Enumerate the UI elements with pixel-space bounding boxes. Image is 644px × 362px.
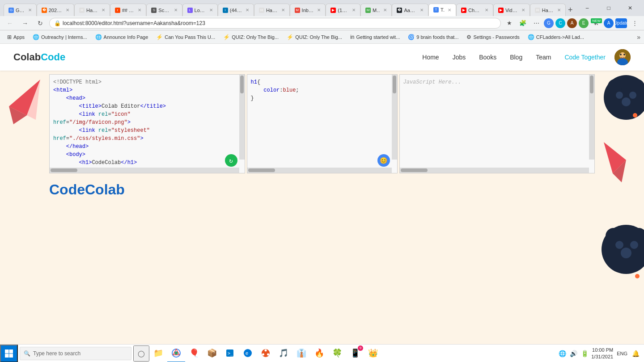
css-editor[interactable]: h1{ color:blue; } 😊: [247, 74, 398, 173]
tab-gmail[interactable]: MInbox (…✕: [290, 4, 326, 16]
tab-close-icon[interactable]: ✕: [557, 8, 561, 13]
js-editor-hscrollbar[interactable]: [400, 168, 589, 173]
taskbar-chrome[interactable]: [167, 345, 185, 362]
tab-close-icon[interactable]: ✕: [174, 8, 178, 13]
taskbar-app9[interactable]: 👔: [292, 345, 310, 362]
tab-2021s[interactable]: �2021 Sc...✕: [37, 4, 74, 16]
taskbar-app3[interactable]: 🎈: [185, 345, 203, 362]
bookmarks-more-button[interactable]: »: [637, 34, 640, 41]
tab-merge[interactable]: MMerge✕: [360, 4, 392, 16]
tab-close-icon[interactable]: ✕: [102, 8, 105, 13]
css-editor-vscrollbar[interactable]: [392, 75, 397, 160]
bookmark-star-icon[interactable]: ★: [504, 17, 515, 29]
tray-volume-icon[interactable]: 🔊: [570, 350, 577, 357]
browser-settings-icon[interactable]: ⋯: [530, 17, 542, 29]
tab-google[interactable]: GGoogle✕: [4, 4, 37, 16]
tab-subreddit[interactable]: r## #-su...✕: [110, 4, 147, 16]
forward-button[interactable]: →: [19, 17, 31, 29]
minimize-button[interactable]: –: [577, 0, 597, 16]
html-editor-hscrollbar[interactable]: [50, 168, 239, 173]
tray-battery-icon[interactable]: 🔋: [581, 350, 589, 357]
taskbar-app11[interactable]: 🍀: [328, 345, 346, 362]
avatar[interactable]: [614, 49, 631, 65]
tab-channel[interactable]: ▶Channe...✕: [456, 4, 493, 16]
tab-close-icon[interactable]: ✕: [485, 8, 488, 13]
extensions-icon[interactable]: 🧩: [517, 17, 529, 29]
bookmark-can-you-pass-this-u.[interactable]: ⚡Can You Pass This U...: [153, 32, 219, 42]
tab-close-icon[interactable]: ✕: [448, 8, 451, 13]
html-editor-vscrollbar[interactable]: [239, 75, 245, 160]
tray-language[interactable]: ENG: [617, 351, 627, 356]
tab-close-icon[interactable]: ✕: [521, 8, 525, 13]
css-editor-hscrollbar[interactable]: [247, 168, 392, 173]
tab-close-icon[interactable]: ✕: [209, 8, 213, 13]
tab-text[interactable]: TText✕: [428, 4, 456, 16]
tab-close-icon[interactable]: ✕: [246, 8, 249, 13]
ext-icon-3[interactable]: A: [567, 18, 577, 28]
url-bar[interactable]: 🔒 localhost:8000/editor.html?username=Aa…: [49, 18, 501, 29]
taskbar-app4[interactable]: 📦: [203, 345, 221, 362]
back-button[interactable]: ←: [4, 17, 16, 29]
tray-notification-icon[interactable]: 🔔: [632, 350, 640, 357]
taskbar-ubuntu[interactable]: [257, 345, 275, 362]
tab-close-icon[interactable]: ✕: [352, 8, 356, 13]
tray-clock[interactable]: 10:00 PM 1/31/2021: [591, 347, 613, 360]
tab-screen[interactable]: SScreen...✕: [146, 4, 182, 16]
nav-team[interactable]: Team: [536, 54, 551, 61]
tab-loom[interactable]: LLoom f...✕: [182, 4, 218, 16]
tab-hackm1[interactable]: HHackM...✕: [74, 4, 110, 16]
menu-button[interactable]: ⋮: [629, 17, 640, 29]
nav-home[interactable]: Home: [422, 54, 439, 61]
tab-close-icon[interactable]: ✕: [383, 8, 387, 13]
bookmark-announce-info-page[interactable]: 🌐Announce Info Page: [92, 32, 152, 42]
ext-icon-2[interactable]: C: [555, 18, 565, 28]
tab-yt1[interactable]: ▶(1010)...✕: [326, 4, 360, 16]
taskbar-edge[interactable]: e: [239, 345, 257, 362]
bookmark-settings---passwords[interactable]: ⚙Settings - Passwords: [463, 32, 523, 42]
tab-close-icon[interactable]: ✕: [420, 8, 424, 13]
taskbar-search[interactable]: 🔍 Type here to search: [20, 347, 131, 360]
html-editor[interactable]: <!DOCTYPE html> <html> <head> <title>Col…: [49, 74, 245, 173]
bookmark-getting-started-wit.[interactable]: inGetting started wit...: [347, 32, 403, 42]
bookmark-quiz:-only-the-big..[interactable]: ⚡QUIZ: Only The Big...: [220, 32, 282, 42]
bookmark-cfladders->all-lad..[interactable]: 🌐CFLadders->All Lad...: [524, 32, 588, 42]
start-button[interactable]: [0, 345, 18, 362]
taskbar-vscode[interactable]: >_: [221, 345, 239, 362]
html-editor-cursor-btn[interactable]: ↻: [225, 154, 237, 167]
tray-network-icon[interactable]: 🌐: [559, 350, 566, 357]
ext-icon-4[interactable]: E: [579, 18, 589, 28]
tab-close-icon[interactable]: ✕: [28, 8, 32, 13]
css-editor-body[interactable]: h1{ color:blue; }: [247, 75, 397, 173]
tab-linkedin[interactable]: i(44) Po...✕: [218, 4, 254, 16]
html-editor-body[interactable]: <!DOCTYPE html> <html> <head> <title>Col…: [50, 75, 245, 173]
restore-button[interactable]: □: [598, 0, 619, 16]
bookmark-outreachy-|-interns.[interactable]: 🌐Outreachy | Interns...: [29, 32, 91, 42]
tab-close-icon[interactable]: ✕: [317, 8, 321, 13]
taskbar-app8[interactable]: 🎵: [275, 345, 292, 362]
nav-jobs[interactable]: Jobs: [453, 54, 466, 61]
css-editor-cursor-btn[interactable]: 😊: [377, 154, 390, 167]
tab-video[interactable]: ▶Video o...✕: [493, 4, 530, 16]
tab-close-icon[interactable]: ✕: [66, 8, 69, 13]
js-editor-body[interactable]: JavaScript Here...: [400, 75, 595, 173]
tab-aakans[interactable]: �Aakans...✕: [392, 4, 428, 16]
bookmark-9-brain-foods-that..[interactable]: 🌀9 brain foods that...: [404, 32, 462, 42]
nav-blog[interactable]: Blog: [510, 54, 522, 61]
bookmark-apps[interactable]: ⊞Apps: [4, 32, 28, 42]
bookmark-quiz:-only-the-big..[interactable]: ⚡QUIZ: Only The Big...: [283, 32, 346, 42]
tab-close-icon[interactable]: ✕: [281, 8, 285, 13]
nav-books[interactable]: Books: [479, 54, 496, 61]
js-editor[interactable]: JavaScript Here...: [399, 74, 595, 173]
ext-icon-1[interactable]: G: [544, 18, 554, 28]
nav-code-together[interactable]: Code Together: [564, 54, 606, 61]
close-button[interactable]: ✕: [620, 0, 640, 16]
new-tab-button[interactable]: +: [566, 4, 575, 16]
update-button[interactable]: Update: [615, 18, 627, 28]
new-badge-icon[interactable]: NEW 🛠: [590, 17, 602, 29]
taskbar-file-explorer[interactable]: 📁: [149, 345, 167, 362]
reload-button[interactable]: ↻: [34, 17, 47, 29]
taskbar-app12[interactable]: 📱 9: [346, 345, 364, 362]
profile-icon[interactable]: A: [604, 18, 614, 28]
tab-hackm3[interactable]: HHackM...✕: [530, 4, 566, 16]
cortana-button[interactable]: ◯: [133, 345, 149, 362]
